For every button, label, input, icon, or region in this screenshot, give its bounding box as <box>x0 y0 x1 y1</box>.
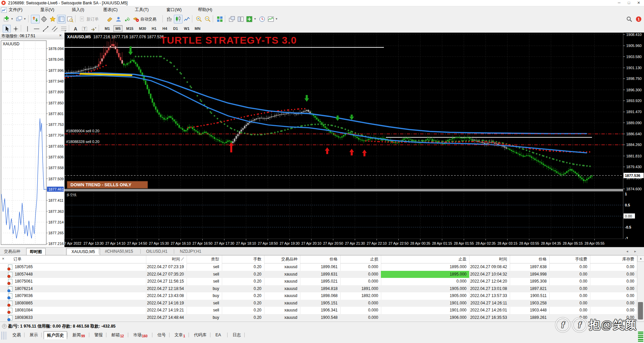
text-tool-icon[interactable]: A <box>71 25 80 33</box>
cascade-windows-icon[interactable] <box>228 15 236 23</box>
fibonacci-tool-icon[interactable]: F <box>60 25 68 33</box>
column-header-9[interactable]: 价格 <box>510 255 547 263</box>
column-header-4[interactable]: 交易品种 <box>264 255 297 263</box>
minimize-button[interactable]: ─ <box>614 0 624 6</box>
vertical-line-tool-icon[interactable] <box>23 25 32 33</box>
order-row[interactable]: 180790362022.04.27 13:43:08buy0.20xauusd… <box>0 292 637 299</box>
candlestick-mode-icon[interactable] <box>174 15 183 23</box>
price-chart[interactable]: #18089004 sell 0.20#18088328 sell 0.20多空… <box>64 33 644 247</box>
mw-tab-symbols[interactable]: 交易品种 <box>1 248 23 255</box>
terminal-tab-3[interactable]: 新闻99 <box>69 331 88 339</box>
column-header-2[interactable]: 类型 <box>187 255 219 263</box>
text-label-tool-icon[interactable]: T <box>81 25 89 33</box>
channel-tool-icon[interactable] <box>51 25 59 33</box>
market-watch-panel-icon[interactable] <box>57 15 66 23</box>
indicator-list-icon[interactable] <box>266 15 275 23</box>
column-header-7[interactable]: 止盈 <box>381 255 466 263</box>
eraser-icon[interactable] <box>105 15 114 23</box>
autotrading-label[interactable]: 自动交易 <box>140 16 156 22</box>
terminal-tab-8[interactable]: 文章1 <box>171 331 188 339</box>
tile-windows-icon[interactable] <box>215 15 224 23</box>
crosshair-target-icon[interactable] <box>40 15 48 23</box>
column-header-0[interactable]: 订单 <box>0 255 157 263</box>
notifications-icon[interactable]: 1 <box>634 15 643 23</box>
menu-item-3[interactable]: 图表(C) <box>101 7 119 13</box>
menu-item-5[interactable]: 窗口(W) <box>164 7 184 13</box>
timeframe-h4[interactable]: H4 <box>160 25 169 32</box>
accounts-icon[interactable] <box>114 15 123 23</box>
line-chart-mode-icon[interactable] <box>183 15 191 23</box>
new-order-label[interactable]: 新订单 <box>87 16 99 22</box>
profiles-icon[interactable] <box>15 15 23 23</box>
chart-shift-icon[interactable] <box>31 15 40 23</box>
terminal-tab-4[interactable]: 警报 <box>91 331 106 339</box>
cursor-tool-icon[interactable] <box>3 25 11 33</box>
add-indicator-icon[interactable] <box>245 15 254 23</box>
new-chart-icon[interactable] <box>2 15 11 23</box>
timeframe-m15[interactable]: M15 <box>124 25 135 32</box>
column-header-1[interactable]: 时间 ⟋ <box>146 255 184 263</box>
order-row[interactable]: 180571652022.04.27 07:23:19sell0.20xauus… <box>0 263 637 271</box>
horizontal-line-tool-icon[interactable] <box>33 25 41 33</box>
terminal-tab-5[interactable]: 邮箱12 <box>108 331 127 339</box>
bar-chart-mode-icon[interactable] <box>165 15 174 23</box>
terminal-tab-9[interactable]: 代码库 <box>191 331 210 339</box>
scrollbar-thumb[interactable] <box>638 302 643 320</box>
tabs-scroll-right-icon[interactable]: ► <box>632 249 638 254</box>
order-row[interactable]: 180574482022.04.27 07:35:20sell0.20xauus… <box>0 271 637 278</box>
column-header-8[interactable]: 时间 <box>469 255 507 263</box>
chart-tab-2[interactable]: OILUSD,H1 <box>142 248 172 255</box>
menu-item-4[interactable]: 工具(T) <box>133 7 151 13</box>
menu-item-2[interactable]: 插入(I) <box>70 7 86 13</box>
crosshair-tool-icon[interactable] <box>12 25 20 33</box>
market-watch-close-icon[interactable]: ✕ <box>58 33 63 38</box>
period-clock-icon[interactable] <box>258 15 266 23</box>
column-header-5[interactable]: 价格 <box>300 255 338 263</box>
favorites-star-icon[interactable] <box>48 15 57 23</box>
chart-tab-3[interactable]: NZDJPY,H1 <box>175 248 206 255</box>
menu-item-0[interactable]: 文件(F) <box>7 7 24 13</box>
column-header-10[interactable]: 手续费 <box>549 255 587 263</box>
timeframe-m30[interactable]: M30 <box>137 25 148 32</box>
terminal-tab-6[interactable]: 市场160 <box>130 331 151 339</box>
maximize-button[interactable]: □ <box>624 0 634 6</box>
market-watch-header[interactable]: 市场报价: 06:17:51 ✕ <box>0 33 64 39</box>
order-row[interactable]: 180810842022.04.27 14:19:21sell0.20xauus… <box>0 307 637 314</box>
panel-grip[interactable] <box>1 332 7 340</box>
close-button[interactable]: ✕ <box>634 0 643 6</box>
order-row[interactable]: 180836332022.04.27 14:48:44buy0.20xauusd… <box>0 314 637 321</box>
zoom-out-icon[interactable] <box>203 15 212 23</box>
terminal-tab-11[interactable]: 日志 <box>230 331 244 339</box>
arrow-shapes-tool-icon[interactable] <box>90 25 98 33</box>
terminal-tab-0[interactable]: 交易 <box>9 331 24 339</box>
order-row[interactable]: 180750612022.04.27 11:56:15sell0.20xauus… <box>0 278 637 285</box>
chart-tab-1[interactable]: #CHINA50,M15 <box>100 248 138 255</box>
timeframe-w1[interactable]: W1 <box>182 25 192 32</box>
mw-tab-tick-chart[interactable]: 即时图 <box>26 248 46 255</box>
trend-line-tool-icon[interactable] <box>42 25 50 33</box>
zoom-in-icon[interactable] <box>195 15 203 23</box>
terminal-tab-2[interactable]: 账户历史 <box>44 331 67 339</box>
order-row[interactable]: 180808652022.04.27 14:16:19sell0.20xauus… <box>0 300 637 307</box>
chart-tab-0[interactable]: XAUUSD,M5 <box>66 248 100 255</box>
column-header-11[interactable]: 库存费 <box>590 255 634 263</box>
column-header-3[interactable]: 手数 <box>222 255 261 263</box>
timeframe-d1[interactable]: D1 <box>171 25 180 32</box>
tile-vertical-icon[interactable] <box>236 15 245 23</box>
new-chart-dropdown-icon[interactable]: ▼ <box>11 17 13 20</box>
timeframe-m1[interactable]: M1 <box>103 25 112 32</box>
timeframe-mn[interactable]: MN <box>193 25 202 32</box>
timeframe-h1[interactable]: H1 <box>150 25 158 32</box>
chart-window-icon[interactable] <box>1 7 7 13</box>
autotrading-icon[interactable] <box>132 15 140 23</box>
new-order-icon[interactable] <box>78 15 87 23</box>
scroll-up-icon[interactable]: ▲ <box>637 255 644 262</box>
menu-item-1[interactable]: 显示(V) <box>38 7 56 13</box>
signals-icon[interactable] <box>123 15 132 23</box>
order-row[interactable]: 180762142022.04.27 12:18:54buy0.20xauusd… <box>0 285 637 292</box>
menu-item-6[interactable]: 帮助(H) <box>196 7 214 13</box>
terminal-tab-10[interactable]: EA <box>212 331 224 339</box>
search-icon[interactable] <box>625 15 634 23</box>
data-window-icon[interactable] <box>66 15 75 23</box>
timeframe-m5[interactable]: M5 <box>113 25 122 32</box>
